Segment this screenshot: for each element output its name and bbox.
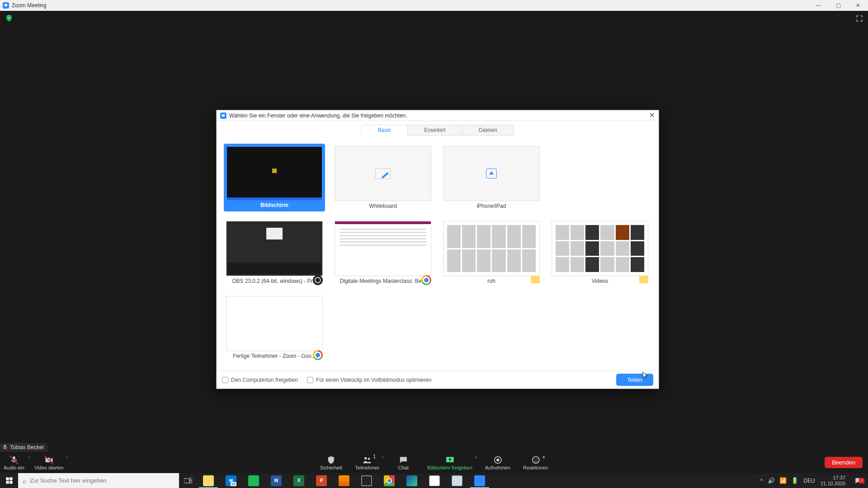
encryption-shield-icon[interactable] — [5, 14, 14, 23]
taskbar-word[interactable]: W — [265, 473, 288, 488]
chevron-up-icon[interactable]: ^ — [66, 456, 68, 460]
video-button[interactable]: Video starten ^ — [34, 455, 64, 470]
window-title: Zoom Meeting — [12, 2, 47, 9]
mail-icon: ✉69 — [226, 475, 236, 486]
taskbar-notepad2[interactable] — [446, 473, 468, 488]
wifi-icon[interactable]: 📶 — [779, 477, 787, 484]
svg-rect-12 — [9, 481, 12, 483]
taskbar-clock[interactable]: 17:37 21.10.2020 — [821, 475, 845, 487]
speaker-icon[interactable]: 🔊 — [768, 477, 775, 484]
share-options-grid: Bildschirm Whiteboard iPhone/iPad OBS 23… — [217, 139, 659, 371]
obs-icon — [313, 275, 323, 285]
reactions-button[interactable]: + Reaktionen — [523, 455, 548, 470]
audio-button[interactable]: Audio ein ^ — [3, 455, 25, 470]
language-indicator[interactable]: DEU — [804, 478, 815, 484]
svg-rect-14 — [190, 478, 192, 480]
obs-icon — [361, 475, 372, 486]
chevron-up-icon[interactable]: ^ — [382, 456, 384, 460]
participant-name-tag: Tobias Becker — [0, 443, 47, 452]
taskbar-firefox[interactable] — [333, 473, 355, 488]
smiley-icon — [531, 455, 541, 465]
close-button[interactable]: ✕ — [848, 0, 868, 11]
notepad-icon — [452, 475, 462, 486]
spotify-icon — [248, 475, 259, 486]
notepad-icon — [429, 475, 440, 486]
share-screen-dialog: Wählen Sie ein Fenster oder eine Anwendu… — [216, 110, 659, 389]
taskbar-obs[interactable] — [355, 473, 378, 488]
security-button[interactable]: Sicherheit — [320, 455, 342, 470]
share-button[interactable]: Teilen — [616, 374, 653, 386]
system-tray: ^ 🔊 📶 🔋 DEU 17:37 21.10.2020 1 — [760, 473, 868, 488]
chat-button[interactable]: Chat — [392, 455, 415, 470]
fullscreen-icon[interactable] — [855, 14, 863, 23]
edge-icon — [406, 475, 417, 486]
zoom-app-icon — [3, 2, 9, 9]
start-button[interactable] — [0, 473, 18, 488]
share-option-whiteboard[interactable]: Whiteboard — [332, 144, 434, 211]
share-option-obs[interactable]: OBS 23.0.2 (64-bit, windows) - Pr... — [224, 219, 325, 286]
share-option-iphone[interactable]: iPhone/iPad — [441, 144, 542, 211]
camera-icon — [44, 455, 54, 465]
record-button[interactable]: Aufnehmen — [485, 455, 510, 470]
zoom-app-icon — [220, 113, 226, 119]
checkbox-share-audio[interactable]: Den Computerton freigeben — [222, 377, 298, 383]
zoom-toolbar: Audio ein ^ Video starten ^ Sicherheit 1 — [0, 452, 868, 473]
dialog-close-button[interactable]: ✕ — [648, 112, 656, 120]
share-option-chrome-teilnehmer[interactable]: Fertige Teilnehmer - Zoom - Goo... — [224, 294, 325, 361]
share-option-roh[interactable]: roh — [441, 219, 542, 286]
taskbar-mail[interactable]: ✉69 — [220, 473, 242, 488]
chevron-up-icon[interactable]: ^ — [475, 456, 477, 460]
participants-button[interactable]: 1 Teilnehmer ^ — [355, 455, 379, 470]
share-option-videos[interactable]: Videos — [549, 219, 651, 286]
taskbar-explorer[interactable] — [197, 473, 220, 488]
action-center-button[interactable]: 1 — [851, 477, 866, 485]
svg-point-8 — [536, 459, 537, 460]
svg-point-1 — [364, 457, 367, 460]
folder-icon — [531, 276, 540, 283]
windows-taskbar: ⌕ Zur Suche Text hier eingeben ✉69 W X P… — [0, 473, 868, 488]
svg-point-2 — [368, 457, 370, 460]
chrome-icon — [421, 275, 431, 285]
chrome-icon — [384, 475, 395, 486]
end-meeting-button[interactable]: Beenden — [825, 457, 863, 468]
window-titlebar: Zoom Meeting — ▢ ✕ — [0, 0, 868, 11]
battery-icon[interactable]: 🔋 — [791, 477, 798, 484]
share-option-screen[interactable]: Bildschirm — [224, 144, 325, 211]
svg-rect-13 — [184, 479, 189, 483]
taskbar-search[interactable]: ⌕ Zur Suche Text hier eingeben — [18, 473, 179, 488]
participant-name: Tobias Becker — [10, 444, 44, 450]
taskbar-excel[interactable]: X — [288, 473, 310, 488]
share-option-chrome-masterclass[interactable]: Digitale Meetings Masterclass: Be... — [332, 219, 434, 286]
word-icon: W — [271, 475, 282, 486]
maximize-button[interactable]: ▢ — [828, 0, 848, 11]
dialog-footer: Den Computerton freigeben Für einen Vide… — [217, 371, 659, 389]
taskbar-chrome[interactable] — [378, 473, 401, 488]
taskbar-notepad[interactable] — [423, 473, 446, 488]
taskbar-spotify[interactable] — [242, 473, 265, 488]
taskbar-powerpoint[interactable]: P — [310, 473, 333, 488]
powerpoint-icon: P — [316, 475, 327, 486]
tray-chevron-icon[interactable]: ^ — [760, 477, 763, 484]
firefox-icon — [339, 475, 349, 486]
checkbox-optimize-video[interactable]: Für einen Videoclip im Vollbildmodus opt… — [307, 377, 431, 383]
dialog-title: Wählen Sie ein Fenster oder eine Anwendu… — [229, 113, 407, 119]
zoom-icon — [474, 475, 485, 486]
taskbar-zoom[interactable] — [468, 473, 491, 488]
taskbar-edge[interactable] — [401, 473, 423, 488]
search-icon: ⌕ — [23, 477, 26, 484]
chevron-up-icon[interactable]: ^ — [28, 456, 30, 460]
folder-icon — [639, 276, 648, 283]
whiteboard-icon — [375, 168, 391, 179]
svg-rect-9 — [6, 477, 9, 480]
tab-basic[interactable]: Basic — [361, 125, 408, 136]
airplay-icon — [486, 169, 497, 178]
dialog-titlebar: Wählen Sie ein Fenster oder eine Anwendu… — [217, 110, 659, 121]
share-screen-button[interactable]: Bildschirm freigeben ^ — [427, 455, 472, 470]
task-view-button[interactable] — [179, 473, 197, 488]
dialog-tabs: Basic Erweitert Dateien — [217, 125, 659, 136]
minimize-button[interactable]: — — [808, 0, 828, 11]
svg-point-5 — [496, 458, 500, 461]
tab-files[interactable]: Dateien — [462, 125, 514, 136]
chrome-icon — [313, 350, 323, 360]
tab-advanced[interactable]: Erweitert — [408, 125, 462, 136]
